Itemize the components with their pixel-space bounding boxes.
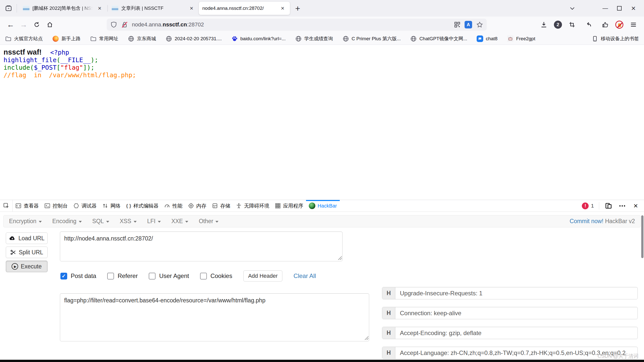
devtools-tab-console[interactable]: 控制台 [42,200,70,212]
checkbox-icon[interactable]: ✓ [60,273,67,279]
devtools-tab-label: 内存 [196,203,206,209]
panel-scrollbar[interactable] [641,215,643,258]
bookmark-item[interactable]: chat8 [477,35,497,42]
list-all-tabs-button[interactable] [566,3,578,14]
bookmark-item[interactable]: 火狐官方站点 [5,35,43,42]
qr-code-icon[interactable] [454,21,461,28]
shield-icon[interactable] [110,21,117,28]
devtools-tab-style-editor[interactable]: { } 样式编辑器 [123,200,161,212]
header-value-input[interactable]: Connection: keep-alive [395,307,637,319]
bookmark-label: 学生成绩查询 [304,35,333,42]
window-close-button[interactable]: × [626,3,640,14]
execute-button[interactable]: ▶ Execute [6,261,48,272]
devtools-tab-label: 查看器 [24,203,39,209]
page-heading: nssctf waf! [4,48,42,56]
bookmark-item[interactable]: Free2gpt [507,35,535,42]
pick-element-button[interactable] [0,200,13,212]
menu-lfi[interactable]: LFI [147,218,161,225]
translate-icon[interactable]: A [465,21,472,28]
blocked-extension-icon[interactable] [615,21,623,29]
post-data-input[interactable]: flag=php://filter/read=convert.base64-en… [60,293,369,341]
bookmark-item[interactable]: 常用网址 [90,35,118,42]
devtools-tab-memory[interactable]: 内存 [185,200,209,212]
post-data-checkbox[interactable]: ✓ Post data [60,272,96,279]
home-button[interactable] [43,19,56,31]
tab-2[interactable]: 文章列表 | NSSCTF × [108,2,199,15]
devtools-tab-debugger[interactable]: 调试器 [70,200,99,212]
bookmark-label: 常用网址 [99,35,118,42]
devtools-meatball-menu[interactable] [618,202,626,210]
commit-now-link[interactable]: Commit now! [570,218,603,224]
checkbox-icon[interactable] [149,273,156,279]
tab-close-icon[interactable]: × [95,4,104,13]
clear-all-link[interactable]: Clear All [293,272,316,279]
tab-close-icon[interactable]: × [187,4,196,13]
hackbar-buttons: Load URL Split URL ▶ Execute [6,232,48,272]
caret-down-icon [215,221,218,223]
user-agent-checkbox[interactable]: User Agent [149,272,189,279]
devtools-tab-network[interactable]: 网络 [99,200,123,212]
new-tab-button[interactable]: + [292,3,304,14]
restore-button[interactable] [612,3,626,14]
caret-down-icon [158,221,161,223]
devtools-tab-hackbar[interactable]: HackBar [306,200,340,212]
bookmark-item[interactable]: 2024-02-20 205731.... [166,35,222,42]
bookmark-label: 2024-02-20 205731.... [175,36,222,42]
toolbar-extensions: 2 [537,19,640,31]
url-bar[interactable]: node4.anna.nssctf.cn:28702 A [107,19,487,31]
bookmark-item[interactable]: C Primer Plus 第六版... [343,35,401,42]
extension-badge-icon[interactable]: 2 [554,21,562,29]
menu-xss[interactable]: XSS [120,218,137,225]
url-text[interactable]: node4.anna.nssctf.cn:28702 [132,21,454,28]
menu-other[interactable]: Other [199,218,219,225]
load-url-button[interactable]: Load URL [6,232,48,244]
error-badge[interactable]: ! 1 [582,203,594,209]
headers-list: H Upgrade-Insecure-Requests: 1 H Connect… [382,287,638,359]
devtools-tab-accessibility[interactable]: 无障碍环境 [233,200,272,212]
reload-button[interactable] [30,19,43,31]
app-menu-button[interactable] [627,19,640,31]
undo-arrow-icon[interactable] [582,19,595,31]
header-value-input[interactable]: Upgrade-Insecure-Requests: 1 [395,287,637,299]
bookmark-star-icon[interactable] [476,21,483,28]
tab-3-active[interactable]: node4.anna.nssctf.cn:28702/ × [199,2,290,15]
back-button[interactable]: ← [4,19,17,31]
devtools-tab-inspector[interactable]: 查看器 [13,200,42,212]
add-header-button[interactable]: Add Header [243,270,282,281]
tab-1[interactable]: [鹏城杯 2022]简单包含 | NSSC × [19,2,107,15]
devtools-close-button[interactable]: × [631,202,640,210]
devtools-tab-performance[interactable]: 性能 [161,200,185,212]
bookmark-item[interactable]: 新手上路 [52,35,81,42]
bookmark-item[interactable]: 学生成绩查询 [295,35,333,42]
screenshot-crop-icon[interactable] [565,19,579,31]
split-url-button[interactable]: Split URL [6,247,48,258]
url-input[interactable]: http://node4.anna.nssctf.cn:28702/ [60,231,343,261]
menu-sql[interactable]: SQL [92,218,109,225]
bookmark-mobile-folder[interactable]: 移动设备上的书签 [592,35,639,42]
devtools-tab-storage[interactable]: 存储 [209,200,233,212]
downloads-button[interactable] [537,19,550,31]
checkbox-icon[interactable] [200,273,207,279]
bookmark-item[interactable]: 京东商城 [128,35,156,42]
devtools-toolbar-right: ! 1 × [582,200,644,212]
responsive-design-button[interactable] [604,202,613,210]
menu-encoding[interactable]: Encoding [52,218,82,225]
menu-xxe[interactable]: XXE [171,218,188,225]
menu-encryption[interactable]: Encryption [9,218,42,225]
tab-close-icon[interactable]: × [278,4,287,13]
thumb-extension-icon[interactable] [599,19,612,31]
devtools-tab-application[interactable]: 应用程序 [272,200,306,212]
forward-button[interactable]: → [17,19,30,31]
header-prefix: H [382,347,395,359]
cookies-checkbox[interactable]: Cookies [200,272,232,279]
insecure-lock-icon[interactable] [121,21,128,28]
header-row: H Accept-Encoding: gzip, deflate [382,327,638,339]
header-value-input[interactable]: Accept-Encoding: gzip, deflate [395,327,637,339]
referer-checkbox[interactable]: Referer [107,272,138,279]
bookmark-item[interactable]: ChatGPT镜像中文网... [410,35,467,42]
minimize-button[interactable]: — [598,3,612,14]
checkbox-icon[interactable] [107,273,114,279]
bookmark-item[interactable]: baidu.com/link?url=... [231,35,286,42]
hackbar-version: HackBar v2 [605,218,635,224]
firefox-view-button[interactable] [3,3,14,14]
